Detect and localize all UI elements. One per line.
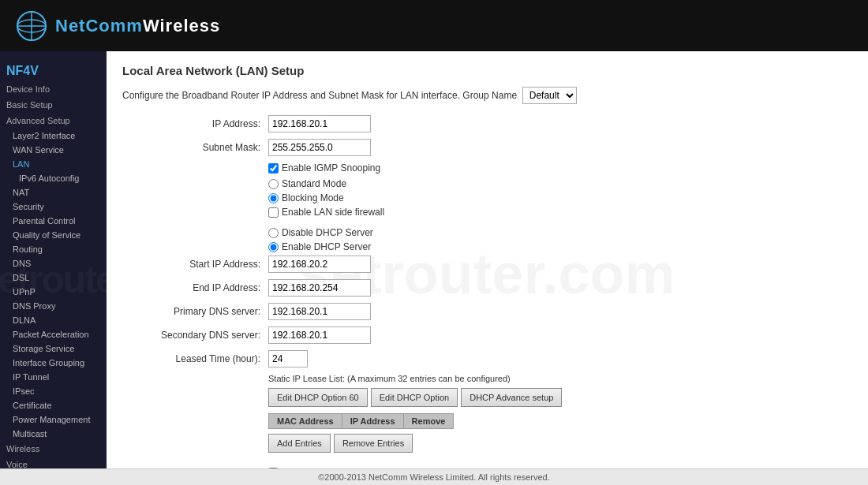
ip-address-label: IP Address:	[122, 118, 268, 129]
secondary-dns-input[interactable]	[268, 326, 371, 344]
sidebar-item-dsl[interactable]: DSL	[0, 270, 107, 285]
end-ip-label: End IP Address:	[122, 282, 268, 293]
sidebar-item-routing[interactable]: Routing	[0, 242, 107, 256]
sidebar-item-storage-service[interactable]: Storage Service	[0, 341, 107, 356]
page-title: Local Area Network (LAN) Setup	[122, 64, 852, 77]
lease-table: MAC Address IP Address Remove	[268, 413, 454, 429]
sidebar-item-parental-control[interactable]: Parental Control	[0, 214, 107, 228]
standard-mode-label: Standard Mode	[282, 178, 346, 189]
igmp-snooping-row: Enable IGMP Snooping	[268, 162, 852, 173]
static-ip-info: Static IP Lease List: (A maximum 32 entr…	[268, 374, 852, 383]
blocking-mode-row: Blocking Mode	[268, 192, 852, 203]
edit-dhcp-option-button[interactable]: Edit DHCP Option	[371, 388, 458, 407]
end-ip-row: End IP Address:	[122, 279, 852, 297]
sidebar-item-advanced-setup[interactable]: Advanced Setup	[0, 113, 107, 129]
sidebar-item-ip-tunnel[interactable]: IP Tunnel	[0, 370, 107, 384]
primary-dns-row: Primary DNS server:	[122, 303, 852, 320]
sidebar-item-upnp[interactable]: UPnP	[0, 285, 107, 299]
subnet-mask-input[interactable]	[268, 139, 371, 156]
enable-dhcp-radio[interactable]	[268, 242, 279, 252]
sidebar-item-nat[interactable]: NAT	[0, 185, 107, 200]
header: NetCommWireless	[0, 0, 868, 51]
sidebar-item-dns[interactable]: DNS	[0, 256, 107, 270]
logo-container: NetCommWireless	[16, 10, 220, 42]
add-entries-button[interactable]: Add Entries	[268, 434, 331, 453]
leased-time-row: Leased Time (hour):	[122, 350, 852, 367]
sidebar-item-dns-proxy[interactable]: DNS Proxy	[0, 299, 107, 313]
main-layout: NF4V setrouter Device Info Basic Setup A…	[0, 51, 868, 468]
config-description: Configure the Broadband Router IP Addres…	[122, 87, 852, 104]
sidebar-item-dlna[interactable]: DLNA	[0, 313, 107, 327]
second-ip-label: Configure the second IP Address and Subn…	[282, 467, 570, 468]
form-section: IP Address: Subnet Mask: Enable IGMP Sno…	[122, 115, 852, 468]
sidebar-item-device-info[interactable]: Device Info	[0, 81, 107, 97]
sidebar-item-ipv6-autoconfig[interactable]: IPv6 Autoconfig	[0, 171, 107, 185]
sidebar-item-lan[interactable]: LAN	[0, 157, 107, 171]
second-ip-row: Configure the second IP Address and Subn…	[268, 467, 852, 468]
lan-firewall-checkbox[interactable]	[268, 207, 279, 218]
logo-text: NetCommWireless	[55, 16, 220, 36]
blocking-mode-radio[interactable]	[268, 193, 279, 203]
start-ip-input[interactable]	[268, 256, 371, 273]
igmp-snooping-label: Enable IGMP Snooping	[282, 162, 380, 173]
sidebar-item-security[interactable]: Security	[0, 200, 107, 214]
remove-entries-button[interactable]: Remove Entries	[334, 434, 413, 453]
content-wrapper: setrouter.com Local Area Network (LAN) S…	[107, 51, 868, 468]
footer-text: ©2000-2013 NetComm Wireless Limited. All…	[318, 472, 550, 482]
sidebar: NF4V setrouter Device Info Basic Setup A…	[0, 51, 107, 468]
content-area: setrouter.com Local Area Network (LAN) S…	[107, 51, 868, 468]
table-header-remove: Remove	[403, 414, 454, 429]
ip-address-row: IP Address:	[122, 115, 852, 132]
second-ip-checkbox[interactable]	[268, 468, 279, 469]
table-header-mac: MAC Address	[269, 414, 342, 429]
entries-buttons-row: Add Entries Remove Entries	[268, 434, 852, 453]
sidebar-item-basic-setup[interactable]: Basic Setup	[0, 97, 107, 113]
sidebar-item-multicast[interactable]: Multicast	[0, 427, 107, 441]
sidebar-item-layer2-interface[interactable]: Layer2 Interface	[0, 129, 107, 143]
sidebar-item-interface-grouping[interactable]: Interface Grouping	[0, 356, 107, 370]
primary-dns-input[interactable]	[268, 303, 371, 320]
sidebar-item-quality-of-service[interactable]: Quality of Service	[0, 228, 107, 242]
logo-netcomm: NetComm	[55, 16, 143, 35]
lease-table-container: MAC Address IP Address Remove	[268, 413, 852, 429]
edit-dhcp-option60-button[interactable]: Edit DHCP Option 60	[268, 388, 368, 407]
disable-dhcp-row: Disable DHCP Server	[268, 227, 852, 238]
enable-dhcp-row: Enable DHCP Server	[268, 241, 852, 252]
enable-dhcp-label: Enable DHCP Server	[282, 241, 371, 252]
disable-dhcp-radio[interactable]	[268, 228, 279, 238]
sidebar-item-power-management[interactable]: Power Management	[0, 412, 107, 427]
dhcp-buttons-row: Edit DHCP Option 60 Edit DHCP Option DHC…	[268, 388, 852, 407]
subnet-mask-label: Subnet Mask:	[122, 142, 268, 153]
leased-time-label: Leased Time (hour):	[122, 353, 268, 364]
lan-firewall-row: Enable LAN side firewall	[268, 207, 852, 218]
sidebar-item-wireless[interactable]: Wireless	[0, 441, 107, 457]
logo-wireless: Wireless	[143, 16, 220, 35]
footer: ©2000-2013 NetComm Wireless Limited. All…	[0, 468, 868, 485]
ip-address-input[interactable]	[268, 115, 371, 132]
end-ip-input[interactable]	[268, 279, 371, 297]
start-ip-row: Start IP Address:	[122, 256, 852, 273]
disable-dhcp-label: Disable DHCP Server	[282, 227, 373, 238]
group-name-select[interactable]: Default	[522, 87, 577, 104]
table-header-ip: IP Address	[342, 414, 403, 429]
subnet-mask-row: Subnet Mask:	[122, 139, 852, 156]
sidebar-item-certificate[interactable]: Certificate	[0, 398, 107, 412]
standard-mode-row: Standard Mode	[268, 178, 852, 189]
netcomm-logo-icon	[16, 10, 47, 42]
start-ip-label: Start IP Address:	[122, 259, 268, 270]
blocking-mode-label: Blocking Mode	[282, 192, 344, 203]
sidebar-item-wan-service[interactable]: WAN Service	[0, 143, 107, 157]
sidebar-item-voice[interactable]: Voice	[0, 457, 107, 468]
leased-time-input[interactable]	[268, 350, 308, 367]
primary-dns-label: Primary DNS server:	[122, 306, 268, 317]
dhcp-advance-setup-button[interactable]: DHCP Advance setup	[461, 388, 562, 407]
sidebar-item-ipsec[interactable]: IPsec	[0, 384, 107, 398]
secondary-dns-label: Secondary DNS server:	[122, 330, 268, 341]
igmp-snooping-checkbox[interactable]	[268, 163, 279, 173]
sidebar-item-packet-acceleration[interactable]: Packet Acceleration	[0, 327, 107, 341]
secondary-dns-row: Secondary DNS server:	[122, 326, 852, 344]
standard-mode-radio[interactable]	[268, 179, 279, 189]
lan-firewall-label: Enable LAN side firewall	[282, 207, 384, 218]
model-label: NF4V	[0, 58, 107, 81]
